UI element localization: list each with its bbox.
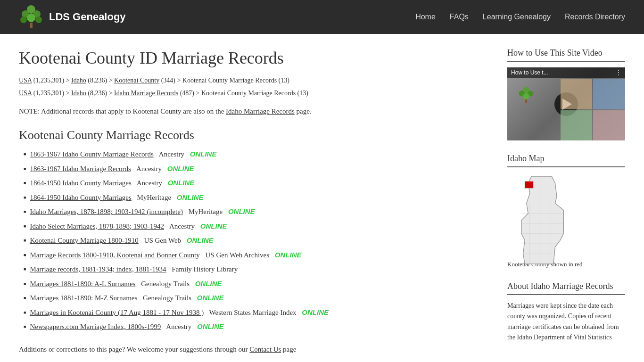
list-item: Marriages 1881-1890: A-L Surnames Geneal… — [24, 279, 488, 289]
svg-rect-6 — [30, 23, 33, 28]
video-photos — [561, 79, 626, 140]
nav-home[interactable]: Home — [415, 13, 436, 21]
record-link-10[interactable]: Marriages 1881-1890: A-L Surnames — [30, 279, 135, 289]
list-item: Marriages 1881-1890: M-Z Surnames Geneal… — [24, 293, 488, 304]
map-section: Idaho Map — [507, 154, 625, 268]
svg-point-10 — [523, 93, 529, 100]
record-link-7[interactable]: Kootenai County Marriage 1800-1910 — [30, 235, 138, 246]
list-item: 1864-1950 Idaho County Marriages MyHerit… — [24, 192, 488, 203]
breadcrumb-usa-1[interactable]: USA — [19, 77, 32, 84]
video-tree-icon — [517, 86, 536, 105]
record-link-1[interactable]: 1863-1967 Idaho County Marriage Records — [30, 149, 153, 160]
list-item: 1863-1967 Idaho County Marriage Records … — [24, 149, 488, 160]
site-logo-text[interactable]: LDS Genealogy — [49, 11, 126, 23]
record-link-2[interactable]: 1863-1967 Idaho Marriage Records — [30, 164, 131, 174]
record-link-5[interactable]: Idaho Marriages, 1878-1898; 1903-1942 (i… — [30, 206, 183, 217]
online-badge: ONLINE — [190, 149, 217, 160]
record-link-8[interactable]: Marriage Records 1800-1910, Kootenai and… — [30, 250, 199, 261]
breadcrumb-2: USA (1,235,301) > Idaho (8,236) > Idaho … — [19, 88, 488, 98]
section-title: Kootenai County Marriage Records — [19, 128, 488, 142]
about-divider — [507, 294, 625, 295]
list-item: Marriage Records 1800-1910, Kootenai and… — [24, 250, 488, 261]
video-top-bar: How to Use t... ⋮ — [507, 67, 625, 78]
list-item: Idaho Marriages, 1878-1898; 1903-1942 (i… — [24, 206, 488, 217]
nav-records[interactable]: Records Directory — [565, 13, 625, 21]
video-label: How to Use t... — [511, 69, 548, 76]
breadcrumb-kootenai[interactable]: Kootenai County — [114, 77, 159, 84]
idaho-map-svg — [507, 173, 583, 267]
video-photo-4 — [593, 110, 625, 140]
breadcrumb-usa-2[interactable]: USA — [19, 90, 32, 97]
svg-point-4 — [27, 14, 35, 22]
svg-point-5 — [35, 16, 42, 23]
main-content: Kootenai County ID Marriage Records USA … — [19, 48, 488, 356]
video-photo-1 — [561, 79, 593, 109]
map-section-title: Idaho Map — [507, 154, 625, 164]
list-item: Newspapers.com Marriage Index, 1800s-199… — [24, 321, 488, 332]
contact-us-link[interactable]: Contact Us — [249, 346, 281, 353]
record-link-3[interactable]: 1864-1950 Idaho County Marriages — [30, 178, 131, 189]
svg-point-3 — [20, 16, 27, 23]
online-badge: ONLINE — [302, 307, 329, 318]
nav-learning[interactable]: Learning Genealogy — [483, 13, 551, 21]
online-badge: ONLINE — [195, 279, 222, 289]
logo-tree-icon — [19, 5, 43, 29]
record-link-9[interactable]: Marriage records, 1881-1934; index, 1881… — [30, 264, 166, 275]
online-badge: ONLINE — [168, 178, 195, 189]
idaho-map — [507, 173, 625, 258]
page-wrapper: Kootenai County ID Marriage Records USA … — [0, 34, 644, 362]
breadcrumb-idaho-2[interactable]: Idaho — [71, 90, 86, 97]
about-text: Marriages were kept since the date each … — [507, 301, 625, 343]
online-badge: ONLINE — [200, 221, 227, 232]
logo-area: LDS Genealogy — [19, 5, 126, 29]
record-link-13[interactable]: Newspapers.com Marriage Index, 1800s-199… — [30, 321, 161, 332]
online-badge: ONLINE — [275, 250, 302, 261]
breadcrumb-idaho-1[interactable]: Idaho — [71, 77, 86, 84]
record-link-4[interactable]: 1864-1950 Idaho County Marriages — [30, 192, 131, 203]
list-item: Idaho Select Marriages, 1878-1898; 1903-… — [24, 221, 488, 232]
header: LDS Genealogy Home FAQs Learning Genealo… — [0, 0, 644, 34]
video-divider — [507, 61, 625, 62]
online-badge: ONLINE — [167, 164, 194, 174]
list-item: Kootenai County Marriage 1800-1910 US Ge… — [24, 235, 488, 246]
about-section: About Idaho Marriage Records Marriages w… — [507, 281, 625, 343]
about-section-title: About Idaho Marriage Records — [507, 281, 625, 291]
list-item: Marriage records, 1881-1934; index, 1881… — [24, 264, 488, 275]
content-area: Kootenai County ID Marriage Records USA … — [0, 34, 644, 362]
online-badge: ONLINE — [197, 293, 224, 304]
video-photo-2 — [593, 79, 625, 109]
map-divider — [507, 166, 625, 167]
svg-rect-11 — [525, 99, 528, 103]
online-badge: ONLINE — [228, 206, 255, 217]
video-photo-3 — [561, 110, 593, 140]
main-navigation: Home FAQs Learning Genealogy Records Dir… — [415, 13, 625, 21]
breadcrumb-1: USA (1,235,301) > Idaho (8,236) > Kooten… — [19, 75, 488, 85]
records-list: 1863-1967 Idaho County Marriage Records … — [19, 149, 488, 332]
note-text: NOTE: Additional records that apply to K… — [19, 106, 488, 117]
svg-marker-12 — [521, 176, 563, 264]
page-title: Kootenai County ID Marriage Records — [19, 48, 488, 68]
breadcrumb-idaho-marriage[interactable]: Idaho Marriage Records — [114, 90, 178, 97]
list-item: 1864-1950 Idaho County Marriages Ancestr… — [24, 178, 488, 189]
video-section: How to Use This Site Video How to Use t.… — [507, 48, 625, 140]
record-link-11[interactable]: Marriages 1881-1890: M-Z Surnames — [30, 293, 137, 304]
online-badge: ONLINE — [197, 321, 224, 332]
svg-rect-13 — [525, 181, 533, 188]
list-item: Marriages in Kootenai County (17 Aug 188… — [24, 307, 488, 318]
online-badge: ONLINE — [177, 192, 204, 203]
record-link-6[interactable]: Idaho Select Marriages, 1878-1898; 1903-… — [30, 221, 164, 232]
video-section-title: How to Use This Site Video — [507, 48, 625, 58]
sidebar: How to Use This Site Video How to Use t.… — [507, 48, 625, 356]
nav-faqs[interactable]: FAQs — [450, 13, 469, 21]
video-inner: How to Use t... ⋮ — [507, 67, 625, 140]
record-link-12[interactable]: Marriages in Kootenai County (17 Aug 188… — [30, 307, 204, 318]
list-item: 1863-1967 Idaho Marriage Records Ancestr… — [24, 164, 488, 174]
additions-text: Additions or corrections to this page? W… — [19, 344, 488, 355]
video-thumbnail[interactable]: How to Use t... ⋮ — [507, 67, 625, 140]
video-menu-dots: ⋮ — [616, 69, 621, 76]
idaho-marriage-records-link[interactable]: Idaho Marriage Records — [226, 107, 295, 115]
online-badge: ONLINE — [187, 235, 214, 246]
